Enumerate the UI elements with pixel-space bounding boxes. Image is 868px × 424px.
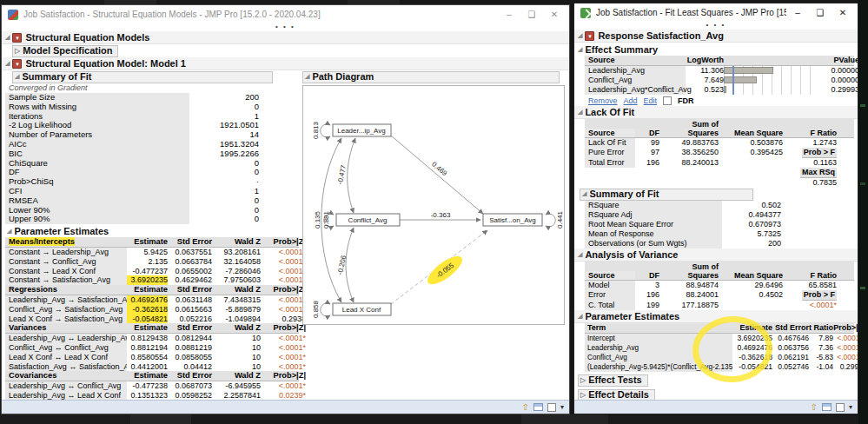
outline-closed-icon[interactable]: ▷	[15, 47, 20, 55]
outline-open-icon[interactable]: ◢	[578, 32, 582, 39]
node-leadership[interactable]: Leader...ip_Avg	[333, 124, 391, 136]
title-bar[interactable]: Job Satisfaction - Structural Equation M…	[2, 5, 569, 23]
outline-response[interactable]: ◢ ▼ Response Satisfaction_Avg	[574, 30, 858, 43]
node-satisfaction[interactable]: Satisf...on_Avg	[483, 214, 542, 226]
logworth-reference-line	[732, 76, 734, 85]
outline-open-icon[interactable]: ◢	[578, 46, 582, 53]
summary-of-fit-table: Sample Size 200 Rows with Missing 0 Iter…	[5, 93, 299, 224]
table-row: (Leadership_Avg-5.9425)*(Conflict_Avg-2.…	[585, 362, 854, 372]
outline-open-icon[interactable]: ◢	[305, 73, 309, 80]
outline-open-icon[interactable]: ◢	[578, 109, 582, 116]
fdr-checkbox[interactable]	[663, 96, 672, 105]
table-row: Satisfaction_Avg ↔ Satisfaction_Avg 0.44…	[5, 362, 299, 372]
table-row: Leadership_Avg*Conflict_Avg 0.523 0.2999…	[585, 85, 854, 95]
menu-gripper[interactable]: • • •	[2, 23, 569, 31]
outline-open-icon[interactable]: ◢	[5, 60, 10, 67]
outline-structural-equation-models[interactable]: ◢ ▼ Structural Equation Models	[2, 31, 569, 44]
add-link[interactable]: Add	[624, 96, 638, 105]
outline-closed-icon[interactable]: ▷	[580, 376, 586, 384]
outline-open-icon[interactable]: ◢	[7, 228, 11, 235]
table-row: Constant → Lead X Conf -0.477237 0.06550…	[5, 267, 299, 276]
minimize-icon[interactable]: –	[786, 4, 809, 22]
table-row: Mean of Response 5.7325	[585, 229, 854, 239]
edge-label: 0.441	[556, 210, 564, 229]
red-triangle-menu-icon[interactable]: ▼	[12, 59, 22, 69]
effect-summary-header: Source LogWorth PValue	[585, 56, 854, 66]
outline-effect-summary[interactable]: ◢ Effect Summary	[578, 43, 854, 56]
minimize-icon[interactable]: –	[498, 6, 520, 23]
status-dropdown-icon[interactable]: ▾	[849, 403, 852, 411]
reg-edge-lead-sat	[391, 136, 483, 214]
table-row: RMSEA 0	[5, 196, 299, 206]
outline-parameter-estimates[interactable]: ◢ Parameter Estimates	[574, 310, 858, 323]
outline-open-icon[interactable]: ◢	[578, 251, 582, 258]
maximize-icon[interactable]: ❑	[809, 4, 832, 22]
outline-model-specification[interactable]: ▷Model Specification	[5, 44, 566, 57]
variance-loop-inter	[321, 303, 330, 316]
table-row: BIC 1995.2266	[5, 149, 299, 159]
variances-header: Variances Estimate Std Error Wald Z Prob…	[5, 323, 299, 334]
outline-model-1[interactable]: ◢ ▼ Structural Equation Model: Model 1	[2, 57, 569, 70]
svg-text:Conflict_Avg: Conflict_Avg	[348, 216, 388, 224]
outline-lack-of-fit[interactable]: ◢ Lack Of Fit	[574, 106, 858, 119]
table-row: Observations (or Sum Wgts) 200	[585, 239, 854, 248]
report-content: ◢ ▼ Structural Equation Models ▷Model Sp…	[2, 31, 569, 400]
table-row: Leadership_Avg ↔ Conflict_Avg -0.477238 …	[5, 381, 299, 391]
outline-path-diagram[interactable]: ◢Path Diagram	[302, 70, 566, 83]
red-triangle-menu-icon[interactable]: ▼	[12, 33, 22, 43]
edge-label: 0.813	[312, 121, 320, 139]
outline-parameter-estimates[interactable]: ◢ Parameter Estimates	[5, 224, 299, 237]
outline-open-icon[interactable]: ◢	[578, 313, 582, 320]
table-row: Conflict_Avg ↔ Conflict_Avg 0.8812194 0.…	[5, 343, 299, 353]
logworth-bar	[724, 86, 726, 93]
scroll-to-top-icon[interactable]: ⇧	[522, 403, 529, 412]
table-row: Error19688.240010.4502Prob > F	[585, 290, 854, 301]
close-icon[interactable]: ✕	[543, 6, 566, 23]
outline-effect-details[interactable]: ▷Effect Details	[578, 388, 854, 400]
covariances-header: Covariances Estimate Std Error Wald Z Pr…	[5, 371, 299, 381]
data-table-icon[interactable]	[822, 403, 832, 411]
logworth-bar	[724, 67, 773, 74]
table-row: Conflict_Avg 7.649 0.00000	[585, 76, 854, 85]
outline-summary-of-fit[interactable]: ◢Summary of Fit	[5, 70, 299, 83]
effect-summary-table: Leadership_Avg 11.306 0.00000 Conflict_A…	[585, 66, 854, 95]
table-row: 0.7835	[585, 178, 854, 188]
cov-edge-lead-conf	[348, 138, 355, 213]
outline-summary-of-fit[interactable]: ◢Summary of Fit	[578, 188, 854, 201]
status-dropdown-icon[interactable]: ▾	[560, 403, 564, 411]
table-row: Constant → Conflict_Avg 2.135 0.0663784 …	[5, 257, 299, 267]
maximize-icon[interactable]: ❑	[520, 6, 543, 23]
outline-open-icon[interactable]: ◢	[5, 34, 10, 41]
title-bar[interactable]: Job Satisfaction - Fit Least Squares - J…	[574, 3, 858, 22]
menu-gripper[interactable]: • • •	[574, 22, 858, 30]
window-fit-least-squares: Job Satisfaction - Fit Least Squares - J…	[573, 3, 858, 414]
node-conflict[interactable]: Conflict_Avg	[336, 214, 400, 226]
outline-open-icon[interactable]: ◢	[582, 190, 586, 197]
table-row: C. Total199177.18875<.0001*	[585, 301, 854, 310]
background-taskbar-strip	[0, 414, 868, 424]
window-title: Job Satisfaction - Fit Least Squares - J…	[596, 8, 786, 17]
variances-table: Leadership_Avg ↔ Leadership_Avg 0.812943…	[5, 334, 299, 371]
background-fleck	[860, 182, 865, 185]
outline-effect-tests[interactable]: ▷Effect Tests	[578, 374, 854, 387]
outline-open-icon[interactable]: ◢	[15, 73, 19, 80]
table-row: Rows with Missing 0	[5, 103, 299, 112]
table-row: Leadership_Avg → Satisfaction_Avg 0.4692…	[5, 295, 299, 305]
close-icon[interactable]: ✕	[832, 4, 854, 22]
covariances-table: Leadership_Avg ↔ Conflict_Avg -0.477238 …	[5, 381, 299, 400]
red-triangle-menu-icon[interactable]: ▼	[585, 31, 594, 41]
cov-edge-conf-inter	[346, 228, 354, 302]
data-table-icon[interactable]	[533, 403, 543, 411]
outline-analysis-of-variance[interactable]: ◢ Analysis of Variance	[574, 248, 858, 262]
background-fleck	[860, 104, 865, 107]
edit-link[interactable]: Edit	[644, 96, 658, 105]
outline-closed-icon[interactable]: ▷	[580, 391, 586, 399]
table-row: Lead X Conf → Satisfaction_Avg -0.054821…	[5, 315, 299, 324]
edge-label: 0.135	[314, 210, 321, 229]
status-checkbox[interactable]	[547, 403, 556, 412]
node-interaction[interactable]: Lead X Conf	[333, 303, 391, 315]
scroll-to-top-icon[interactable]: ⇧	[811, 403, 818, 412]
status-checkbox[interactable]	[836, 403, 845, 412]
table-row: Pure Error9738.3562500.395425Prob > F	[585, 148, 854, 158]
remove-link[interactable]: Remove	[588, 96, 618, 105]
